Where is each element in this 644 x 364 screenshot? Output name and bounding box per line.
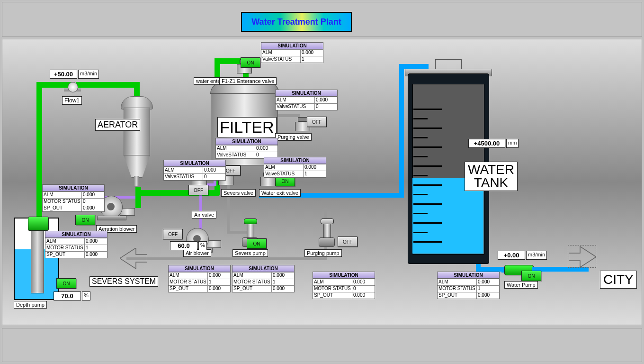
- sim-severs-pump[interactable]: SIMULATION ALM0.000 MOTOR STATUS1 SP_OUT…: [168, 265, 231, 292]
- purging-valve-off-button[interactable]: OFF: [307, 117, 327, 127]
- water-pump-on-button[interactable]: ON: [521, 271, 541, 281]
- sim-depth-pump-bottom[interactable]: SIMULATION ALM0.000 MOTOR STATUS1 SP_OUT…: [45, 231, 107, 258]
- air-valve-off-button[interactable]: OFF: [188, 185, 208, 195]
- water-exit-valve-label: Water exit valve: [259, 189, 301, 197]
- aerator-label: AERATOR: [95, 119, 140, 131]
- flow1-label: Flow1: [62, 96, 82, 105]
- depth-speed-value: 70.0%: [54, 291, 90, 300]
- sim-purging-valve[interactable]: SIMULATION ALM0.000 ValveSTATUS0: [275, 90, 338, 110]
- tank-level-value: +4500.00mm: [468, 139, 519, 148]
- sim-air-blower[interactable]: SIMULATION ALM0.000 MOTOR STATUS1 SP_OUT…: [232, 265, 295, 292]
- depth-pump-label: Depth pump: [14, 301, 47, 309]
- air-valve-label: Air valve: [192, 211, 216, 218]
- flow-meter-icon: [64, 82, 81, 95]
- entrance-valve-label: F1-Z1 Enterance valve: [219, 77, 277, 85]
- sim-severs-valve[interactable]: SIMULATION ALM0.000 ValveSTATUS0: [215, 138, 278, 159]
- depth-pump-on-button[interactable]: ON: [56, 278, 76, 289]
- top-bar: Water Treatment Plant: [2, 2, 642, 37]
- severs-pump-label: Severs pump: [233, 249, 268, 257]
- pipe-grey: [126, 257, 327, 260]
- title-banner: Water Treatment Plant: [241, 12, 352, 32]
- air-blower-off-button[interactable]: OFF: [163, 229, 183, 239]
- flow1-value: +50.00m3/min: [50, 70, 99, 79]
- water-tank-icon: [408, 59, 488, 263]
- purging-pump-label: Purging pump: [304, 249, 342, 257]
- pipe: [76, 82, 138, 88]
- sim-water-exit[interactable]: SIMULATION ALM0.000 ValveSTATUS1: [264, 157, 326, 178]
- severs-system-label: SEVERS SYSTEM: [89, 276, 158, 287]
- sim-depth-pump-top[interactable]: SIMULATION ALM0.000 MOTOR STATUS0 SP_OUT…: [42, 184, 105, 212]
- severs-valve-label: Severs valve: [221, 189, 256, 197]
- pipe: [36, 82, 42, 224]
- aeration-blower-on-button[interactable]: ON: [75, 215, 95, 225]
- sim-water-pump[interactable]: SIMULATION ALM0.000 MOTOR STATUS1 SP_OUT…: [437, 272, 500, 299]
- air-blower-label: Air blower: [183, 249, 211, 257]
- city-arrow-dashed-box: [568, 245, 596, 268]
- water-tank-label: WATER TANK: [465, 162, 518, 191]
- aerator-icon: [115, 96, 158, 186]
- diagram-stage: +50.00m3/min Flow1 AERATOR FILTER water …: [2, 39, 642, 325]
- airblower-speed-value: 60.0%: [170, 241, 207, 250]
- water-tank-label-text: WATER TANK: [468, 162, 514, 190]
- purging-pump-off-button[interactable]: OFF: [338, 237, 358, 247]
- flow2-value: +0.00m3/min: [498, 251, 547, 260]
- pipe-blue: [399, 64, 404, 198]
- purging-valve-label: Purging valve: [275, 133, 312, 141]
- sim-purging-pump[interactable]: SIMULATION ALM0.000 MOTOR STATUS0 SP_OUT…: [313, 272, 375, 299]
- city-label: CITY: [600, 271, 637, 289]
- purging-pump-icon: [315, 218, 338, 247]
- sim-air-valve[interactable]: SIMULATION ALM0.000 ValveSTATUS0: [163, 160, 226, 181]
- bottom-bar: [2, 328, 642, 362]
- filter-label: FILTER: [217, 117, 277, 137]
- water-pump-label: Water Pump: [504, 281, 538, 289]
- entrance-valve-on-button[interactable]: ON: [241, 57, 260, 68]
- sim-entrance-valve[interactable]: SIMULATION ALM0.000 ValveSTATUS1: [261, 42, 323, 63]
- severs-pump-on-button[interactable]: ON: [247, 238, 267, 249]
- depth-pump-icon: [14, 218, 59, 300]
